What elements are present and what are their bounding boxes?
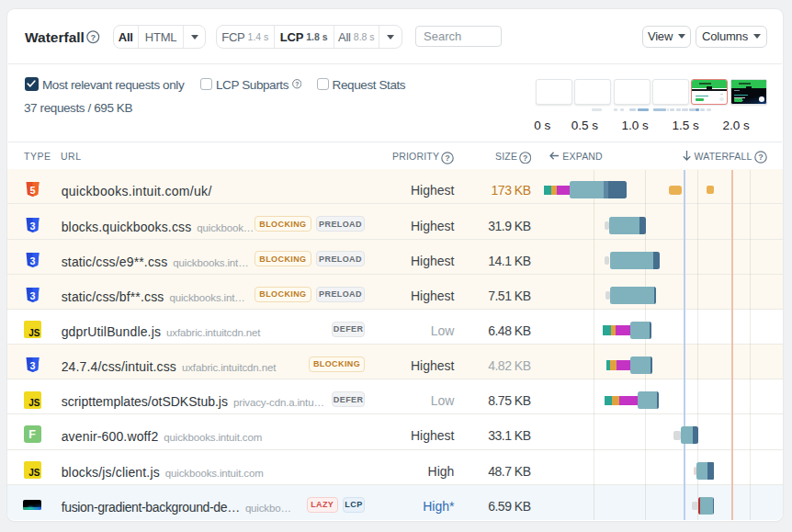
svg-text:5: 5: [30, 185, 36, 196]
svg-text:?: ?: [90, 33, 96, 42]
svg-text:?: ?: [445, 153, 450, 163]
svg-text:3: 3: [30, 360, 36, 371]
svg-text:?: ?: [295, 81, 299, 87]
svg-text:3: 3: [30, 289, 36, 300]
svg-text:3: 3: [30, 255, 36, 266]
svg-text:?: ?: [523, 153, 527, 162]
svg-text:?: ?: [758, 153, 764, 162]
svg-text:3: 3: [30, 220, 36, 231]
